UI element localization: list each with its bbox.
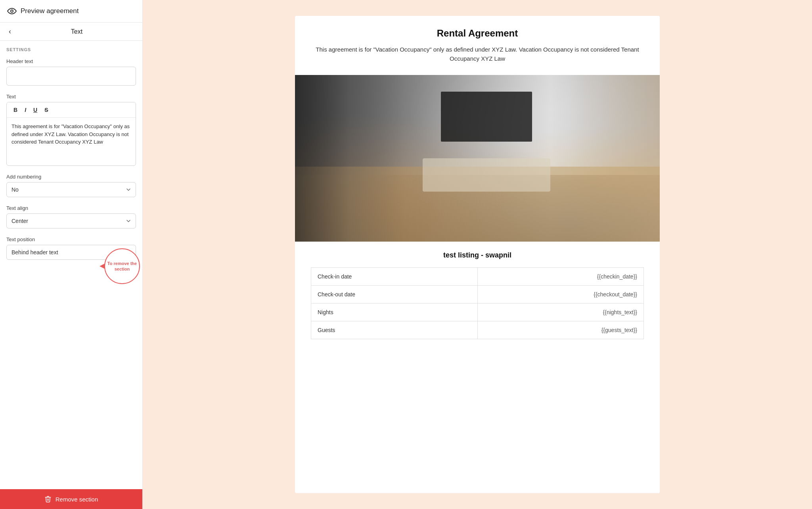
info-table: Check-in date {{checkin_date}} Check-out… [311, 267, 644, 339]
underline-button[interactable]: U [31, 106, 40, 114]
settings-section-label: SETTINGS [6, 47, 136, 52]
editor-toolbar: B I U S [7, 102, 136, 118]
align-group: Text align Left Center Right [6, 205, 136, 229]
table-cell-value: {{nights_text}} [477, 303, 644, 321]
room-right-accent [569, 75, 660, 242]
align-select[interactable]: Left Center Right [6, 213, 136, 229]
text-label: Text [6, 94, 136, 100]
table-row: Nights {{nights_text}} [311, 303, 644, 321]
settings-panel: SETTINGS Header text Text B I U S This a… [0, 41, 142, 489]
table-cell-value: {{checkin_date}} [477, 268, 644, 286]
tooltip-text: To remove the section [104, 248, 140, 284]
header-text-group: Header text [6, 58, 136, 86]
bold-button[interactable]: B [11, 106, 20, 114]
doc-title: Rental Agreement [311, 28, 644, 39]
tooltip-bubble: To remove the section [104, 248, 140, 284]
table-cell-value: {{checkout_date}} [477, 286, 644, 303]
trash-icon [44, 496, 52, 503]
align-label: Text align [6, 205, 136, 211]
table-cell-value: {{guests_text}} [477, 321, 644, 339]
preview-title: Preview agreement [21, 7, 79, 15]
italic-button[interactable]: I [22, 106, 29, 114]
nav-bar: ‹ Text [0, 23, 142, 41]
document: Rental Agreement This agreement is for "… [295, 16, 660, 493]
table-row: Guests {{guests_text}} [311, 321, 644, 339]
rich-text-editor: B I U S This agreement is for "Vacation … [6, 102, 136, 166]
property-image [295, 75, 660, 242]
table-cell-label: Check-out date [311, 286, 478, 303]
top-bar: Preview agreement [0, 0, 142, 23]
nav-label: Text [17, 28, 136, 35]
position-group: Text position Behind header text Below h… [6, 236, 136, 260]
preview-icon [6, 6, 17, 17]
back-button[interactable]: ‹ [6, 27, 13, 36]
right-panel: Rental Agreement This agreement is for "… [143, 0, 812, 509]
table-cell-label: Check-in date [311, 268, 478, 286]
header-text-input[interactable] [6, 67, 136, 86]
left-panel: Preview agreement ‹ Text SETTINGS Header… [0, 0, 143, 509]
strikethrough-button[interactable]: S [42, 106, 51, 114]
remove-section-label: Remove section [56, 496, 98, 503]
listing-name: test listing - swapnil [295, 251, 660, 259]
table-row: Check-out date {{checkout_date}} [311, 286, 644, 303]
remove-section-button[interactable]: Remove section [0, 489, 142, 509]
numbering-group: Add numbering No Yes [6, 174, 136, 197]
numbering-label: Add numbering [6, 174, 136, 180]
header-text-label: Header text [6, 58, 136, 64]
editor-content[interactable]: This agreement is for "Vacation Occupanc… [7, 118, 136, 165]
room-sofa [423, 158, 550, 192]
position-label: Text position [6, 236, 136, 242]
table-cell-label: Nights [311, 303, 478, 321]
doc-header: Rental Agreement This agreement is for "… [295, 16, 660, 75]
numbering-select[interactable]: No Yes [6, 182, 136, 197]
table-cell-label: Guests [311, 321, 478, 339]
doc-subtitle: This agreement is for "Vacation Occupanc… [311, 45, 644, 63]
svg-point-0 [11, 10, 13, 12]
room-tv [441, 92, 532, 142]
room-left-wall [295, 75, 404, 242]
text-group: Text B I U S This agreement is for "Vaca… [6, 94, 136, 166]
table-row: Check-in date {{checkin_date}} [311, 268, 644, 286]
